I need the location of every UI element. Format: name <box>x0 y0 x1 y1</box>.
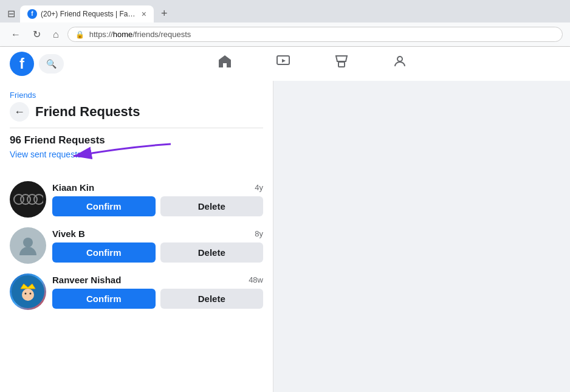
request-time-ranveer: 48w <box>249 275 263 284</box>
request-actions-ranveer: Confirm Delete <box>52 289 263 309</box>
avatar-vivek <box>10 227 46 264</box>
svg-rect-2 <box>338 62 345 67</box>
search-icon: 🔍 <box>46 59 57 69</box>
search-bar[interactable]: 🔍 <box>39 54 64 74</box>
new-tab-button[interactable]: + <box>156 5 173 22</box>
request-time-kiaan: 4y <box>255 183 263 192</box>
tab-group: f (20+) Friend Requests | Faceboo × + <box>20 5 173 22</box>
active-tab[interactable]: f (20+) Friend Requests | Faceboo × <box>20 5 154 22</box>
svg-point-13 <box>24 292 26 294</box>
view-sent-container: View sent requests <box>10 149 263 167</box>
url-path: /friends/requests <box>132 30 191 39</box>
svg-point-14 <box>29 292 31 294</box>
request-actions-vivek: Confirm Delete <box>52 242 263 263</box>
audi-logo <box>13 190 43 208</box>
delete-button-kiaan[interactable]: Delete <box>160 196 264 216</box>
home-button[interactable]: ⌂ <box>49 27 63 43</box>
svg-point-9 <box>23 238 33 247</box>
svg-point-8 <box>34 194 43 204</box>
nav-marketplace[interactable] <box>324 49 359 79</box>
facebook-page: f 🔍 Friends ← Friend Reque <box>0 47 570 392</box>
tab-close-button[interactable]: × <box>142 9 146 19</box>
back-button[interactable]: ← <box>7 27 24 43</box>
friends-title: Friend Requests <box>35 104 140 120</box>
confirm-button-kiaan[interactable]: Confirm <box>52 196 156 216</box>
svg-point-12 <box>22 289 34 301</box>
address-bar[interactable]: 🔒 https://home/friends/requests <box>67 27 563 42</box>
tab-title: (20+) Friend Requests | Faceboo <box>41 10 138 18</box>
request-actions-kiaan: Confirm Delete <box>52 196 263 216</box>
request-info-ranveer: Ranveer Nishad 48w Confirm Delete <box>52 275 263 309</box>
request-name-kiaan: Kiaan Kin <box>52 182 94 193</box>
confirm-button-ranveer[interactable]: Confirm <box>52 289 156 309</box>
facebook-header: f 🔍 <box>0 47 570 81</box>
delete-button-ranveer[interactable]: Delete <box>160 289 264 309</box>
url-text: https://home/friends/requests <box>89 30 555 39</box>
delete-button-vivek[interactable]: Delete <box>160 242 264 263</box>
request-name-row-kiaan: Kiaan Kin 4y <box>52 182 263 193</box>
person-silhouette-icon <box>17 235 39 256</box>
request-time-vivek: 8y <box>255 229 263 238</box>
divider <box>10 128 263 128</box>
friends-sidebar: Friends ← Friend Requests 96 Friend Requ… <box>0 81 273 392</box>
url-protocol: https:// <box>89 30 113 39</box>
avatar-ranveer <box>10 273 46 310</box>
facebook-nav <box>69 49 555 79</box>
request-info-kiaan: Kiaan Kin 4y Confirm Delete <box>52 182 263 216</box>
nav-profile[interactable] <box>383 49 417 79</box>
sidebar-toggle-button[interactable]: ⊟ <box>5 5 18 22</box>
facebook-body: Friends ← Friend Requests 96 Friend Requ… <box>0 81 570 392</box>
browser-chrome: ⊟ f (20+) Friend Requests | Faceboo × + … <box>0 0 570 47</box>
request-name-row-vivek: Vivek B 8y <box>52 229 263 239</box>
friends-title-row: ← Friend Requests <box>10 102 263 122</box>
request-name-vivek: Vivek B <box>52 229 85 239</box>
nav-watch[interactable] <box>266 49 300 79</box>
requests-count: 96 Friend Requests <box>10 134 263 146</box>
ranveer-avatar-icon <box>12 275 45 309</box>
request-name-ranveer: Ranveer Nishad <box>52 275 121 285</box>
request-item-vivek: Vivek B 8y Confirm Delete <box>10 222 263 269</box>
confirm-button-vivek[interactable]: Confirm <box>52 242 156 263</box>
avatar-kiaan <box>10 181 46 218</box>
request-item-ranveer: Ranveer Nishad 48w Confirm Delete <box>10 269 263 315</box>
lock-icon: 🔒 <box>75 30 84 39</box>
back-arrow-button[interactable]: ← <box>10 102 29 122</box>
friends-breadcrumb[interactable]: Friends <box>10 91 263 100</box>
tab-bar: ⊟ f (20+) Friend Requests | Faceboo × + <box>0 0 570 22</box>
svg-marker-1 <box>282 59 286 63</box>
nav-home[interactable] <box>208 49 242 79</box>
request-name-row-ranveer: Ranveer Nishad 48w <box>52 275 263 285</box>
view-sent-link[interactable]: View sent requests <box>10 150 81 159</box>
refresh-button[interactable]: ↻ <box>29 26 44 43</box>
tab-favicon: f <box>27 9 37 19</box>
main-content <box>273 81 570 392</box>
nav-bar: ← ↻ ⌂ 🔒 https://home/friends/requests <box>0 22 570 47</box>
svg-point-3 <box>397 57 402 61</box>
url-domain: home <box>113 30 133 39</box>
request-info-vivek: Vivek B 8y Confirm Delete <box>52 229 263 263</box>
request-item-kiaan: Kiaan Kin 4y Confirm Delete <box>10 176 263 222</box>
facebook-logo: f <box>10 52 34 76</box>
